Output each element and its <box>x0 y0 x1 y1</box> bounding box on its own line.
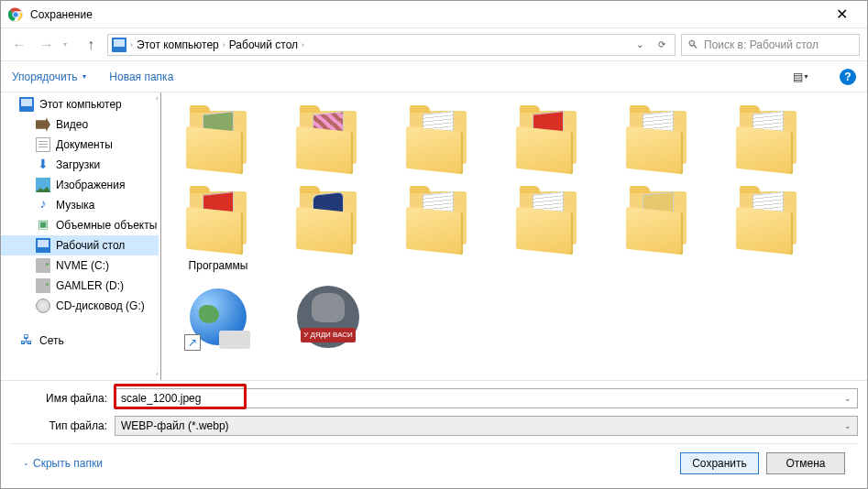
chevron-right-icon: › <box>223 40 225 49</box>
folder-item[interactable] <box>720 184 816 272</box>
folder-programs[interactable]: Программы <box>170 184 266 272</box>
save-button[interactable]: Сохранить <box>680 452 759 474</box>
chevron-down-icon[interactable]: ⌄ <box>844 394 852 403</box>
chevron-down-icon: ▼ <box>81 73 87 80</box>
new-folder-button[interactable]: Новая папка <box>109 71 173 83</box>
search-placeholder: Поиск в: Рабочий стол <box>704 38 819 51</box>
sidebar-item-pictures[interactable]: Изображения <box>1 175 159 195</box>
shortcut-uncle-vasya[interactable]: У ДЯДИ ВАСИ <box>280 281 376 353</box>
sidebar-item-gamler[interactable]: GAMLER (D:) <box>1 276 159 296</box>
splitter[interactable]: ‹‹ <box>159 92 163 380</box>
up-button[interactable]: ↑ <box>80 34 102 56</box>
save-panel: Имя файла: scale_1200.jpeg⌄ Тип файла: W… <box>1 380 867 482</box>
organize-menu[interactable]: Упорядочить▼ <box>12 71 87 83</box>
view-options[interactable]: ▤ ▼ <box>792 68 810 86</box>
shortcut-overlay-icon: ↗ <box>184 334 201 351</box>
folder-item[interactable] <box>720 103 816 175</box>
video-icon <box>36 117 50 132</box>
chevron-left-icon: ‹ <box>156 370 159 378</box>
sidebar-item-music[interactable]: ♪Музыка <box>1 195 159 215</box>
app-icon: У ДЯДИ ВАСИ <box>297 286 359 348</box>
pc-icon <box>19 97 34 112</box>
folder-item[interactable] <box>610 103 706 175</box>
folder-item[interactable] <box>610 184 706 272</box>
shortcut-item[interactable]: ↗ <box>170 281 266 353</box>
folder-item[interactable] <box>280 103 376 175</box>
crumb-desktop[interactable]: Рабочий стол <box>229 38 298 51</box>
titlebar: Сохранение ✕ <box>1 1 867 28</box>
sidebar: Этот компьютер Видео Документы ⬇Загрузки… <box>1 92 159 380</box>
folder-item[interactable] <box>170 103 266 175</box>
folder-item[interactable] <box>500 184 596 272</box>
folder-label: Программы <box>189 259 248 272</box>
history-dropdown[interactable]: ▾ <box>63 40 74 49</box>
search-icon: 🔍︎ <box>687 38 698 51</box>
main-area: Этот компьютер Видео Документы ⬇Загрузки… <box>1 92 867 380</box>
sidebar-item-nvme[interactable]: NVME (C:) <box>1 255 159 276</box>
sidebar-item-videos[interactable]: Видео <box>1 114 159 135</box>
sidebar-item-downloads[interactable]: ⬇Загрузки <box>1 155 159 175</box>
window-title: Сохранение <box>30 8 823 21</box>
chevron-right-icon: › <box>302 40 304 49</box>
drive-icon <box>36 258 50 273</box>
file-list[interactable]: PDF Программы ↗ У ДЯДИ ВАСИ <box>163 92 867 380</box>
filename-label: Имя файла: <box>10 392 107 405</box>
sidebar-item-network[interactable]: 🖧Сеть <box>1 331 159 351</box>
address-dropdown[interactable]: ⌄ <box>631 39 649 49</box>
sidebar-item-3d-objects[interactable]: ▣Объемные объекты <box>1 215 159 235</box>
close-button[interactable]: ✕ <box>823 5 860 23</box>
forward-button[interactable]: → <box>36 34 58 56</box>
music-icon: ♪ <box>36 198 50 212</box>
drive-icon <box>36 278 50 293</box>
sidebar-item-desktop[interactable]: Рабочий стол <box>1 235 159 255</box>
folder-item[interactable] <box>280 184 376 272</box>
desktop-icon <box>36 238 50 253</box>
search-box[interactable]: 🔍︎ Поиск в: Рабочий стол <box>681 34 860 56</box>
pc-icon <box>112 38 126 52</box>
help-button[interactable]: ? <box>840 69 856 85</box>
nav-bar: ← → ▾ ↑ › Этот компьютер › Рабочий стол … <box>1 28 867 61</box>
chevron-down-icon: ⌄ <box>23 459 29 467</box>
sidebar-item-documents[interactable]: Документы <box>1 135 159 155</box>
folder-item[interactable] <box>390 103 486 175</box>
hide-folders-toggle[interactable]: ⌄Скрыть папки <box>23 457 103 470</box>
chevron-left-icon: ‹ <box>156 94 159 103</box>
address-bar[interactable]: › Этот компьютер › Рабочий стол › ⌄ ⟳ <box>107 34 676 56</box>
chevron-down-icon: ⌄ <box>844 421 852 430</box>
toolbar: Упорядочить▼ Новая папка ▤ ▼ ? <box>1 61 867 92</box>
cd-icon <box>36 299 50 313</box>
cube-icon: ▣ <box>36 218 50 233</box>
pictures-icon <box>36 178 50 192</box>
sidebar-item-cd[interactable]: CD-дисковод (G:) <box>1 296 159 316</box>
chrome-icon <box>8 7 23 22</box>
folder-item[interactable]: PDF <box>500 103 596 175</box>
network-icon: 🖧 <box>19 333 34 348</box>
crumb-this-pc[interactable]: Этот компьютер <box>137 38 219 51</box>
chevron-right-icon: › <box>130 40 133 49</box>
back-button[interactable]: ← <box>8 34 30 56</box>
download-icon: ⬇ <box>36 158 50 172</box>
folder-item[interactable] <box>390 184 486 272</box>
cancel-button[interactable]: Отмена <box>766 452 845 474</box>
sidebar-item-this-pc[interactable]: Этот компьютер <box>1 94 159 114</box>
filetype-label: Тип файла: <box>10 419 107 432</box>
filetype-select[interactable]: WEBP-файл (*.webp)⌄ <box>115 416 858 436</box>
document-icon <box>36 137 50 152</box>
filename-input[interactable]: scale_1200.jpeg⌄ <box>115 388 858 408</box>
refresh-button[interactable]: ⟳ <box>653 39 671 49</box>
